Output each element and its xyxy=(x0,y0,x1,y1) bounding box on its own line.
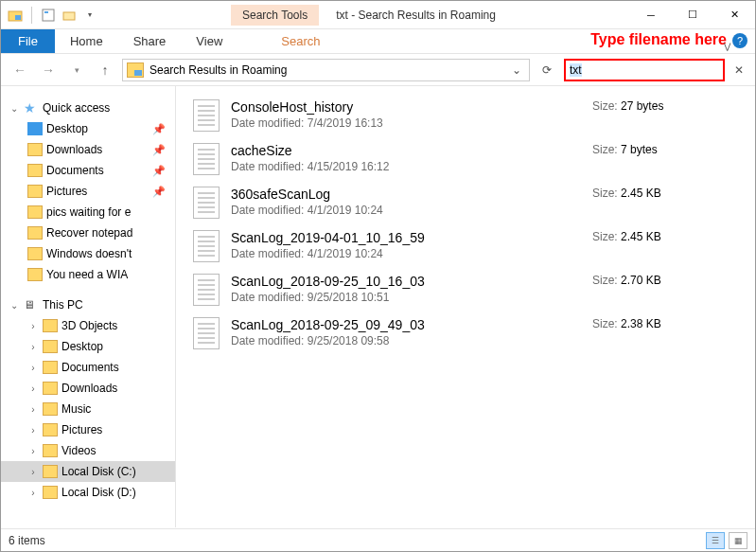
file-name: ScanLog_2018-09-25_09_49_03 xyxy=(231,317,592,332)
qat-dropdown-icon[interactable]: ▾ xyxy=(81,7,98,24)
pin-icon: 📌 xyxy=(152,123,166,135)
sidebar-item-label: Documents xyxy=(46,164,104,177)
chevron-right-icon[interactable]: › xyxy=(27,383,39,394)
tab-view[interactable]: View xyxy=(181,29,237,53)
sidebar-item[interactable]: ›Documents xyxy=(1,357,175,378)
document-icon xyxy=(193,230,220,262)
address-bar[interactable]: Search Results in Roaming ⌄ xyxy=(122,59,530,81)
chevron-right-icon[interactable]: › xyxy=(27,321,39,331)
result-row[interactable]: ScanLog_2018-09-25_10_16_03Date modified… xyxy=(193,268,744,312)
pin-icon: 📌 xyxy=(152,165,166,177)
sidebar-item-label: Documents xyxy=(62,361,119,374)
folder-icon xyxy=(43,444,58,457)
address-dropdown-icon[interactable]: ⌄ xyxy=(508,63,525,77)
file-size: Size: 2.38 KB xyxy=(592,317,744,330)
main-area: ⌄ ★ Quick access Desktop📌Downloads📌Docum… xyxy=(1,86,755,527)
file-name: ScanLog_2019-04-01_10_16_59 xyxy=(231,230,592,245)
svg-rect-4 xyxy=(63,12,75,20)
chevron-right-icon[interactable]: › xyxy=(27,446,39,456)
file-modified: Date modified: 4/15/2019 16:12 xyxy=(231,160,592,173)
up-button[interactable]: ↑ xyxy=(94,59,116,81)
result-row[interactable]: ConsoleHost_historyDate modified: 7/4/20… xyxy=(193,94,744,137)
ribbon-collapse-icon[interactable]: ⋁ xyxy=(724,42,730,51)
result-row[interactable]: ScanLog_2019-04-01_10_16_59Date modified… xyxy=(193,224,744,268)
folder-icon xyxy=(43,361,58,374)
file-tab[interactable]: File xyxy=(1,29,55,53)
tab-home[interactable]: Home xyxy=(55,29,118,53)
file-size: Size: 2.70 KB xyxy=(592,274,744,287)
folder-icon xyxy=(27,164,43,177)
file-modified: Date modified: 4/1/2019 10:24 xyxy=(231,247,592,260)
chevron-right-icon[interactable]: › xyxy=(27,488,39,498)
help-icon[interactable]: ? xyxy=(732,33,747,48)
back-button[interactable]: ← xyxy=(9,59,31,81)
quick-access-toolbar: ▾ xyxy=(1,7,98,24)
chevron-right-icon[interactable]: › xyxy=(27,342,39,352)
recent-locations-icon[interactable]: ▾ xyxy=(65,59,88,81)
sidebar-item-label: Local Disk (C:) xyxy=(62,465,136,478)
folder-icon xyxy=(43,465,58,478)
sidebar-item-label: 3D Objects xyxy=(62,319,117,332)
clear-search-button[interactable]: ✕ xyxy=(730,63,747,77)
details-view-button[interactable]: ☰ xyxy=(706,532,725,549)
address-path: Search Results in Roaming xyxy=(149,63,287,77)
chevron-right-icon[interactable]: › xyxy=(27,363,39,373)
large-icons-view-button[interactable]: ▦ xyxy=(729,532,747,549)
sidebar-item[interactable]: Desktop📌 xyxy=(1,118,175,139)
separator xyxy=(31,7,32,24)
properties-icon[interactable] xyxy=(40,7,57,24)
chevron-right-icon[interactable]: › xyxy=(27,467,39,477)
file-name: 360safeScanLog xyxy=(231,187,592,202)
file-modified: Date modified: 4/1/2019 10:24 xyxy=(231,204,592,217)
folder-icon xyxy=(27,226,43,240)
minimize-button[interactable]: ─ xyxy=(630,2,672,28)
sidebar-item-label: Desktop xyxy=(62,340,103,353)
quick-access-root[interactable]: ⌄ ★ Quick access xyxy=(1,98,175,118)
folder-icon xyxy=(27,205,43,219)
chevron-right-icon[interactable]: › xyxy=(27,425,39,436)
new-folder-icon[interactable] xyxy=(61,7,78,24)
sidebar-item[interactable]: Windows doesn't xyxy=(1,243,175,264)
pin-icon: 📌 xyxy=(152,186,166,198)
document-icon xyxy=(193,317,220,349)
tab-search[interactable]: Search xyxy=(266,29,335,53)
result-row[interactable]: ScanLog_2018-09-25_09_49_03Date modified… xyxy=(193,312,744,355)
chevron-down-icon[interactable]: ⌄ xyxy=(9,300,20,311)
sidebar-item[interactable]: You need a WIA xyxy=(1,264,175,285)
forward-button[interactable]: → xyxy=(37,59,60,81)
file-size: Size: 27 bytes xyxy=(592,99,744,113)
sidebar-item[interactable]: ›Downloads xyxy=(1,378,175,399)
folder-icon xyxy=(27,122,43,135)
file-name: ConsoleHost_history xyxy=(231,99,592,115)
sidebar-item[interactable]: Documents📌 xyxy=(1,160,175,181)
close-button[interactable]: ✕ xyxy=(713,2,755,28)
chevron-right-icon[interactable]: › xyxy=(27,404,39,415)
document-icon xyxy=(193,99,220,132)
sidebar-item[interactable]: ›Local Disk (C:) xyxy=(1,461,175,482)
folder-icon xyxy=(43,382,58,395)
sidebar-item[interactable]: Downloads📌 xyxy=(1,139,175,160)
result-row[interactable]: cacheSizeDate modified: 4/15/2019 16:12S… xyxy=(193,137,744,181)
sidebar-item-label: pics waiting for e xyxy=(46,205,131,219)
sidebar-item[interactable]: ›Desktop xyxy=(1,336,175,357)
sidebar-item-label: Local Disk (D:) xyxy=(62,486,136,499)
folder-icon xyxy=(43,340,58,353)
search-tools-label: Search Tools xyxy=(231,5,319,26)
sidebar-item[interactable]: Recover notepad xyxy=(1,223,175,243)
maximize-button[interactable]: ☐ xyxy=(672,2,713,28)
this-pc-root[interactable]: ⌄ 🖥 This PC xyxy=(1,294,175,315)
result-row[interactable]: 360safeScanLogDate modified: 4/1/2019 10… xyxy=(193,181,744,224)
sidebar-item[interactable]: ›3D Objects xyxy=(1,315,175,336)
search-input[interactable]: txt xyxy=(564,59,725,81)
sidebar-item[interactable]: ›Local Disk (D:) xyxy=(1,482,175,503)
refresh-button[interactable]: ⟳ xyxy=(536,59,558,81)
sidebar-item-label: Windows doesn't xyxy=(46,247,132,260)
sidebar-item[interactable]: ›Videos xyxy=(1,440,175,461)
folder-icon xyxy=(27,143,43,156)
chevron-down-icon[interactable]: ⌄ xyxy=(9,103,20,114)
sidebar-item[interactable]: ›Music xyxy=(1,399,175,419)
tab-share[interactable]: Share xyxy=(118,29,182,53)
sidebar-item[interactable]: Pictures📌 xyxy=(1,181,175,202)
sidebar-item[interactable]: ›Pictures xyxy=(1,419,175,440)
sidebar-item[interactable]: pics waiting for e xyxy=(1,202,175,223)
